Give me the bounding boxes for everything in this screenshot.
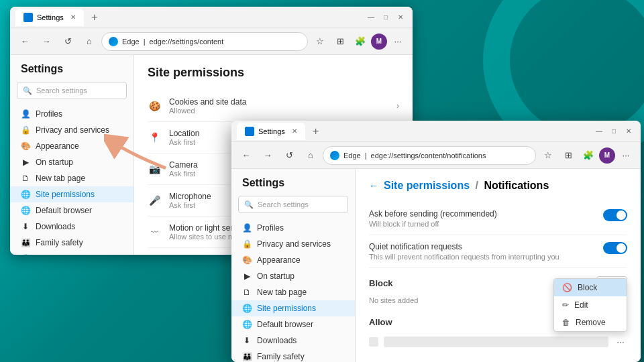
cookies-name: Cookies and site data: [169, 97, 388, 107]
close-btn-2[interactable]: ✕: [622, 125, 635, 138]
appearance-icon-2: 🎨: [242, 255, 252, 265]
edge-logo-1: [109, 37, 118, 46]
breadcrumb-notif: Notifications: [484, 180, 549, 191]
new-tab-btn-2[interactable]: +: [308, 123, 324, 139]
sidebar-title-1: Settings: [10, 63, 133, 82]
forward-btn-1[interactable]: →: [37, 32, 56, 51]
context-remove-item[interactable]: 🗑 Remove: [554, 314, 627, 331]
sidebar-item-privacy-2[interactable]: 🔒 Privacy and services: [231, 236, 355, 252]
search-placeholder-1: Search settings: [36, 86, 87, 95]
site-more-btn[interactable]: ···: [614, 335, 627, 349]
maximize-btn-2[interactable]: □: [607, 125, 621, 138]
url-sep-1: |: [144, 38, 146, 46]
sidebar-label-profiles-1: Profiles: [36, 109, 62, 119]
extensions-btn-1[interactable]: 🧩: [351, 32, 370, 51]
back-btn-2[interactable]: ←: [237, 146, 256, 165]
context-block-label: Block: [578, 283, 597, 292]
address-bar-1[interactable]: Edge | edge://settings/content: [101, 32, 308, 51]
sidebar-label-downloads-2: Downloads: [257, 336, 297, 345]
ask-toggle[interactable]: [603, 209, 627, 221]
quiet-toggle[interactable]: [603, 242, 627, 254]
sidebar-item-siteperm-1[interactable]: 🌐 Site permissions: [10, 186, 133, 202]
profiles-icon-2: 👤: [242, 223, 252, 233]
titlebar-1: Settings ✕ + — □ ✕: [10, 7, 413, 28]
sidebar-item-newtab-2[interactable]: 🗋 New tab page: [231, 284, 355, 300]
more-btn-1[interactable]: ···: [388, 32, 407, 51]
ask-label: Ask before sending (recommended): [369, 209, 595, 219]
home-btn-2[interactable]: ⌂: [301, 146, 320, 165]
address-bar-2[interactable]: Edge | edge://settings/content/notificat…: [323, 146, 536, 165]
quiet-label: Quiet notification requests: [369, 242, 595, 251]
sidebar-item-startup-2[interactable]: ▶ On startup: [231, 268, 355, 284]
startup-icon-1: ▶: [21, 158, 30, 167]
collections-btn-2[interactable]: ⊞: [559, 146, 578, 165]
more-btn-2[interactable]: ···: [616, 146, 635, 165]
collections-btn-1[interactable]: ⊞: [331, 32, 350, 51]
remove-context-icon: 🗑: [562, 318, 570, 327]
refresh-btn-1[interactable]: ↺: [58, 32, 77, 51]
back-btn-1[interactable]: ←: [15, 32, 34, 51]
sidebar-item-siteperm-2[interactable]: 🌐 Site permissions: [231, 300, 355, 316]
site-favicon: [369, 337, 378, 347]
sidebar-item-appearance-2[interactable]: 🎨 Appearance: [231, 252, 355, 268]
sidebar-search-2[interactable]: 🔍 Search settings: [238, 196, 348, 213]
close-btn-1[interactable]: ✕: [394, 11, 407, 24]
refresh-btn-2[interactable]: ↺: [280, 146, 299, 165]
tab-settings-1[interactable]: Settings ✕: [15, 9, 84, 26]
sidebar-item-downloads-2[interactable]: ⬇ Downloads: [231, 333, 355, 349]
sidebar-label-newtab-1: New tab page: [36, 174, 85, 183]
family-icon-1: 👪: [21, 238, 30, 247]
maximize-btn-1[interactable]: □: [379, 11, 392, 24]
newtab-icon-2: 🗋: [242, 288, 252, 297]
minimize-btn-2[interactable]: —: [592, 125, 606, 138]
cookies-arrow: ›: [396, 101, 399, 111]
sidebar-item-profiles-1[interactable]: 👤 Profiles: [10, 106, 133, 122]
notif-panel: ← Site permissions / Notifications Ask b…: [356, 169, 641, 362]
star-btn-2[interactable]: ☆: [539, 146, 557, 165]
breadcrumb-back-arrow[interactable]: ←: [369, 180, 378, 191]
sidebar-item-profiles-2[interactable]: 👤 Profiles: [231, 220, 355, 236]
sidebar-item-defaultbrowser-1[interactable]: 🌐 Default browser: [10, 202, 133, 219]
sidebar-label-family-2: Family safety: [257, 352, 305, 361]
forward-btn-2[interactable]: →: [258, 146, 277, 165]
sidebar-item-defaultbrowser-2[interactable]: 🌐 Default browser: [231, 316, 355, 333]
new-tab-btn-1[interactable]: +: [87, 9, 103, 25]
breadcrumb-sep: /: [476, 180, 482, 191]
url-protocol-2: Edge: [343, 152, 361, 160]
sidebar-label-siteperm-2: Site permissions: [257, 304, 316, 313]
profile-icon-1[interactable]: M: [371, 34, 387, 50]
minimize-btn-1[interactable]: —: [364, 11, 378, 24]
window-content-2: Settings 🔍 Search settings 👤 Profiles 🔒 …: [231, 169, 641, 362]
cookies-sub: Allowed: [169, 107, 388, 115]
perm-cookies[interactable]: 🍪 Cookies and site data Allowed ›: [148, 90, 399, 122]
sidebar-item-family-2[interactable]: 👪 Family safety: [231, 349, 355, 362]
home-btn-1[interactable]: ⌂: [80, 32, 99, 51]
sidebar-search-1[interactable]: 🔍 Search settings: [17, 82, 127, 99]
sidebar-item-family-1[interactable]: 👪 Family safety: [10, 235, 133, 251]
sidebar-item-downloads-1[interactable]: ⬇ Downloads: [10, 219, 133, 235]
tab-settings-2[interactable]: Settings ✕: [237, 123, 305, 140]
sidebar-label-defaultbrowser-2: Default browser: [257, 320, 313, 329]
tab-close-2[interactable]: ✕: [292, 127, 297, 135]
search-icon-2: 🔍: [244, 200, 254, 209]
block-context-icon: 🚫: [562, 283, 572, 292]
sidebar-label-family-1: Family safety: [36, 238, 83, 247]
star-btn-1[interactable]: ☆: [311, 32, 329, 51]
toolbar-2: ← → ↺ ⌂ Edge | edge://settings/content/n…: [231, 142, 641, 169]
profile-icon-2[interactable]: M: [599, 147, 615, 164]
context-block-item[interactable]: 🚫 Block: [554, 279, 627, 296]
site-url: [384, 337, 608, 347]
sidebar-label-newtab-2: New tab page: [257, 288, 307, 297]
downloads-icon-1: ⬇: [21, 222, 30, 231]
downloads-icon-2: ⬇: [242, 336, 252, 345]
quiet-notif-row: Quiet notification requests This will pr…: [369, 235, 627, 268]
quiet-sub: This will prevent notification requests …: [369, 253, 595, 261]
arrow-1: [104, 127, 171, 174]
sidebar-label-appearance-2: Appearance: [257, 255, 301, 265]
sidebar-title-2: Settings: [231, 177, 355, 196]
context-edit-item[interactable]: ✏ Edit: [554, 296, 627, 314]
extensions-btn-2[interactable]: 🧩: [579, 146, 598, 165]
sidebar-item-languages-1[interactable]: 🌍 Languages: [10, 251, 133, 255]
context-remove-label: Remove: [576, 318, 606, 327]
tab-close-1[interactable]: ✕: [70, 13, 76, 21]
